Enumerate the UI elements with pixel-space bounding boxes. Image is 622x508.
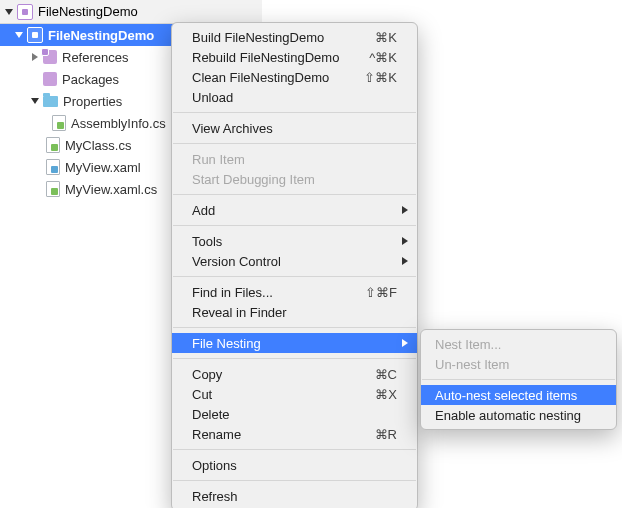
menu-build[interactable]: Build FileNestingDemo⌘K bbox=[172, 27, 417, 47]
menu-label: Options bbox=[192, 458, 397, 473]
shortcut: ⌘R bbox=[375, 427, 397, 442]
menu-separator bbox=[173, 225, 416, 226]
menu-label: Add bbox=[192, 203, 397, 218]
menu-separator bbox=[173, 143, 416, 144]
menu-cut[interactable]: Cut⌘X bbox=[172, 384, 417, 404]
menu-separator bbox=[173, 358, 416, 359]
menu-delete[interactable]: Delete bbox=[172, 404, 417, 424]
menu-label: Delete bbox=[192, 407, 397, 422]
chevron-down-icon[interactable] bbox=[30, 96, 40, 106]
menu-label: Version Control bbox=[192, 254, 397, 269]
csharp-file-icon bbox=[46, 137, 60, 153]
menu-separator bbox=[173, 327, 416, 328]
menu-label: Clean FileNestingDemo bbox=[192, 70, 364, 85]
menu-label: View Archives bbox=[192, 121, 397, 136]
menu-label: Auto-nest selected items bbox=[435, 388, 602, 403]
project-icon bbox=[27, 27, 43, 43]
shortcut: ⌘C bbox=[375, 367, 397, 382]
menu-label: Un-nest Item bbox=[435, 357, 602, 372]
context-menu: Build FileNestingDemo⌘K Rebuild FileNest… bbox=[171, 22, 418, 508]
menu-run-item: Run Item bbox=[172, 149, 417, 169]
menu-label: Refresh bbox=[192, 489, 397, 504]
shortcut: ⌘X bbox=[375, 387, 397, 402]
menu-rename[interactable]: Rename⌘R bbox=[172, 424, 417, 444]
menu-rebuild[interactable]: Rebuild FileNestingDemo^⌘K bbox=[172, 47, 417, 67]
menu-options[interactable]: Options bbox=[172, 455, 417, 475]
menu-label: Find in Files... bbox=[192, 285, 365, 300]
packages-icon bbox=[43, 72, 57, 86]
xaml-file-icon bbox=[46, 159, 60, 175]
menu-label: Run Item bbox=[192, 152, 397, 167]
submenu-enable-auto[interactable]: Enable automatic nesting bbox=[421, 405, 616, 425]
menu-label: Rebuild FileNestingDemo bbox=[192, 50, 369, 65]
menu-separator bbox=[173, 194, 416, 195]
menu-label: File Nesting bbox=[192, 336, 397, 351]
menu-version-control[interactable]: Version Control bbox=[172, 251, 417, 271]
file-label: MyView.xaml.cs bbox=[65, 182, 157, 197]
menu-label: Copy bbox=[192, 367, 375, 382]
menu-separator bbox=[173, 112, 416, 113]
folder-icon bbox=[43, 96, 58, 107]
menu-file-nesting[interactable]: File Nesting bbox=[172, 333, 417, 353]
menu-copy[interactable]: Copy⌘C bbox=[172, 364, 417, 384]
menu-unload[interactable]: Unload bbox=[172, 87, 417, 107]
menu-start-debugging: Start Debugging Item bbox=[172, 169, 417, 189]
menu-find-in-files[interactable]: Find in Files...⇧⌘F bbox=[172, 282, 417, 302]
chevron-right-icon bbox=[402, 237, 408, 245]
chevron-right-icon bbox=[402, 339, 408, 347]
menu-separator bbox=[173, 480, 416, 481]
file-label: MyView.xaml bbox=[65, 160, 141, 175]
menu-clean[interactable]: Clean FileNestingDemo⇧⌘K bbox=[172, 67, 417, 87]
shortcut: ⇧⌘K bbox=[364, 70, 397, 85]
project-name: FileNestingDemo bbox=[48, 28, 154, 43]
menu-label: Unload bbox=[192, 90, 397, 105]
chevron-down-icon[interactable] bbox=[14, 30, 24, 40]
references-label: References bbox=[62, 50, 128, 65]
menu-label: Cut bbox=[192, 387, 375, 402]
shortcut: ^⌘K bbox=[369, 50, 397, 65]
chevron-right-icon bbox=[402, 257, 408, 265]
menu-label: Enable automatic nesting bbox=[435, 408, 602, 423]
menu-label: Build FileNestingDemo bbox=[192, 30, 375, 45]
menu-reveal-in-finder[interactable]: Reveal in Finder bbox=[172, 302, 417, 322]
csharp-file-icon bbox=[46, 181, 60, 197]
menu-label: Tools bbox=[192, 234, 397, 249]
menu-add[interactable]: Add bbox=[172, 200, 417, 220]
chevron-right-icon bbox=[402, 206, 408, 214]
menu-view-archives[interactable]: View Archives bbox=[172, 118, 417, 138]
spacer bbox=[30, 74, 40, 84]
submenu-auto-nest[interactable]: Auto-nest selected items bbox=[421, 385, 616, 405]
menu-tools[interactable]: Tools bbox=[172, 231, 417, 251]
file-label: AssemblyInfo.cs bbox=[71, 116, 166, 131]
menu-separator bbox=[422, 379, 615, 380]
properties-label: Properties bbox=[63, 94, 122, 109]
solution-icon bbox=[17, 4, 33, 20]
submenu-nest-item: Nest Item... bbox=[421, 334, 616, 354]
menu-separator bbox=[173, 449, 416, 450]
menu-separator bbox=[173, 276, 416, 277]
menu-label: Rename bbox=[192, 427, 375, 442]
menu-refresh[interactable]: Refresh bbox=[172, 486, 417, 506]
references-icon bbox=[43, 50, 57, 64]
menu-label: Nest Item... bbox=[435, 337, 602, 352]
packages-label: Packages bbox=[62, 72, 119, 87]
shortcut: ⇧⌘F bbox=[365, 285, 397, 300]
submenu-un-nest: Un-nest Item bbox=[421, 354, 616, 374]
solution-row[interactable]: FileNestingDemo bbox=[0, 0, 262, 24]
csharp-file-icon bbox=[52, 115, 66, 131]
file-label: MyClass.cs bbox=[65, 138, 131, 153]
shortcut: ⌘K bbox=[375, 30, 397, 45]
menu-label: Start Debugging Item bbox=[192, 172, 397, 187]
menu-label: Reveal in Finder bbox=[192, 305, 397, 320]
chevron-right-icon[interactable] bbox=[30, 52, 40, 62]
file-nesting-submenu: Nest Item... Un-nest Item Auto-nest sele… bbox=[420, 329, 617, 430]
solution-name: FileNestingDemo bbox=[38, 4, 138, 19]
chevron-down-icon[interactable] bbox=[4, 7, 14, 17]
